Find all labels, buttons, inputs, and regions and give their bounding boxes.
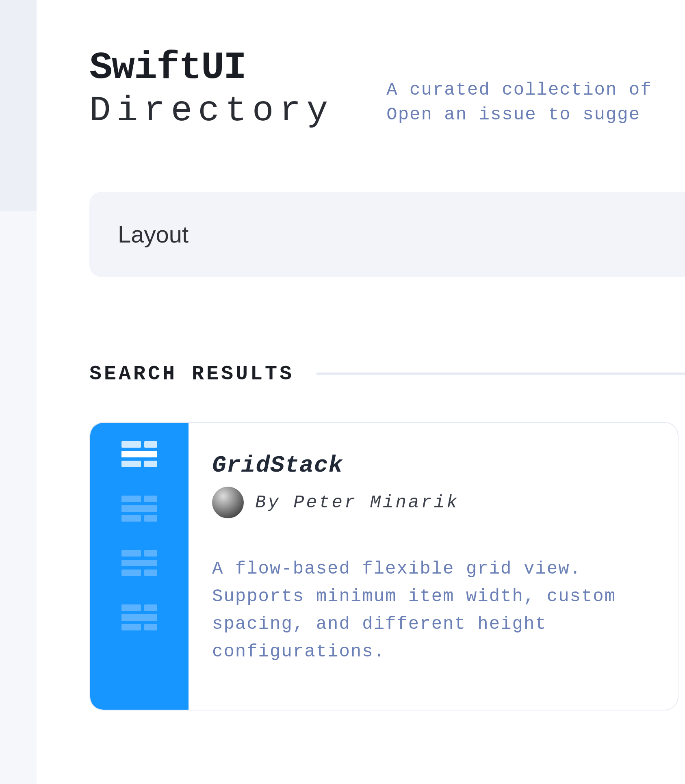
card-body: GridStack By Peter Minarik A flow-based … (189, 423, 678, 710)
result-card[interactable]: GridStack By Peter Minarik A flow-based … (89, 422, 678, 710)
section-divider (316, 373, 685, 375)
section-header: SEARCH RESULTS (89, 362, 685, 386)
search-bar (89, 192, 685, 277)
result-byline: By Peter Minarik (212, 487, 653, 518)
site-tagline: A curated collection of Open an issue to… (386, 78, 652, 131)
author-prefix: By (255, 492, 281, 513)
result-title: GridStack (212, 452, 653, 479)
page-header: SwiftUI Directory A curated collection o… (89, 49, 685, 131)
grid-layout-icon (121, 496, 157, 522)
result-description: A flow-based flexible grid view. Support… (212, 555, 653, 666)
site-subtitle: Directory (89, 91, 334, 131)
card-accent-strip (90, 423, 189, 710)
author-label: By Peter Minarik (255, 492, 459, 513)
author-avatar (212, 487, 244, 518)
grid-layout-icon (121, 604, 157, 630)
tagline-line-1: A curated collection of (386, 78, 652, 103)
site-title: SwiftUI (89, 49, 334, 87)
author-name: Peter Minarik (293, 492, 459, 513)
left-sidebar-top (0, 0, 37, 211)
grid-layout-icon (121, 550, 157, 576)
search-input[interactable] (89, 192, 685, 277)
tagline-line-2: Open an issue to sugge (386, 102, 652, 128)
site-logo[interactable]: SwiftUI Directory (89, 49, 334, 131)
grid-layout-icon (121, 441, 157, 467)
section-title: SEARCH RESULTS (89, 362, 294, 386)
